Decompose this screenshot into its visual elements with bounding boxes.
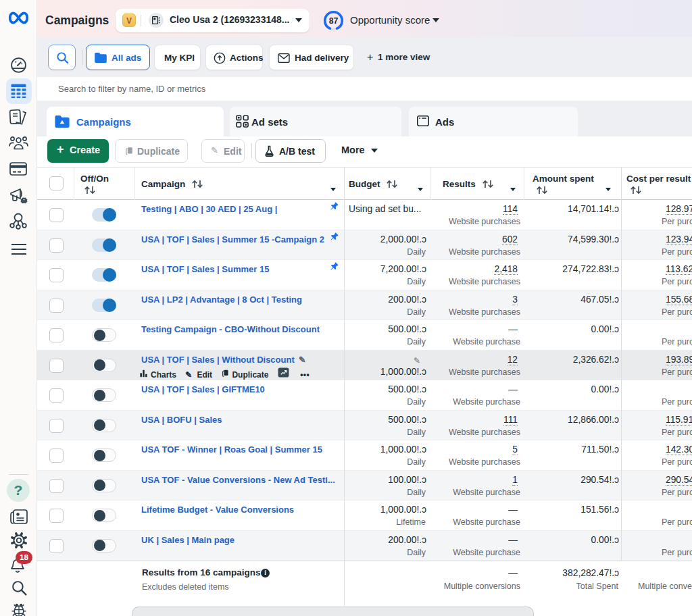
svg-text:87: 87 [329,16,339,26]
